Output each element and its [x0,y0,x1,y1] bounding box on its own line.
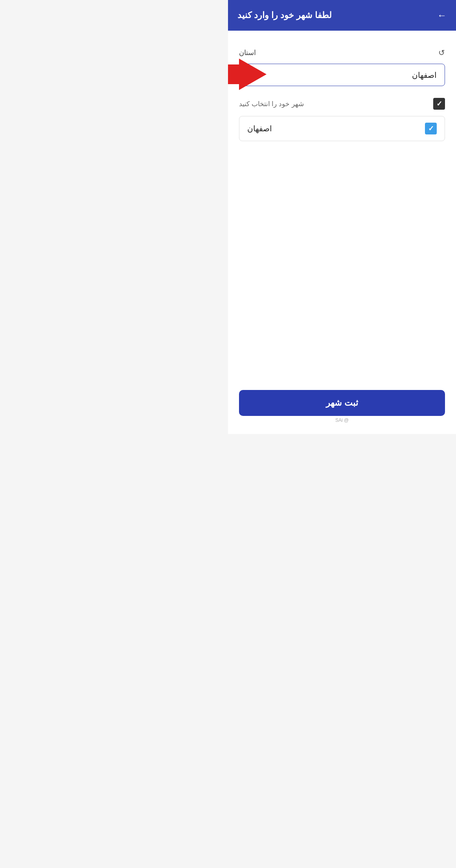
annotation-arrow [228,51,267,99]
city-checkbox-blue[interactable]: ✓ [425,123,437,134]
checkmark-blue-icon: ✓ [428,124,434,133]
refresh-icon[interactable]: ↺ [438,48,445,57]
province-row: ↺ استان [239,48,445,57]
svg-marker-0 [228,59,267,90]
app-header: ← لطفا شهر خود را وارد کنید [228,0,456,31]
city-select-label: شهر خود را انتخاب کنید [239,100,304,108]
submit-button[interactable]: ثبت شهر [239,390,445,416]
city-option-label: اصفهان [247,124,272,133]
watermark: @ SAi [239,416,445,425]
checkmark-dark-icon: ✓ [436,99,442,108]
city-select-checkbox-dark[interactable]: ✓ [433,98,445,110]
province-input-container [239,64,445,86]
city-option-box[interactable]: ✓ اصفهان [239,116,445,141]
form-container: ↺ استان ✓ شهر خود را انتخاب کنید ✓ [228,31,456,158]
main-content: ↺ استان ✓ شهر خود را انتخاب کنید ✓ [228,31,456,434]
city-select-row: ✓ شهر خود را انتخاب کنید [239,98,445,110]
bottom-area: ثبت شهر @ SAi [228,382,456,434]
province-input[interactable] [239,64,445,86]
back-button[interactable]: ← [437,10,447,21]
page-title: لطفا شهر خود را وارد کنید [237,10,332,20]
